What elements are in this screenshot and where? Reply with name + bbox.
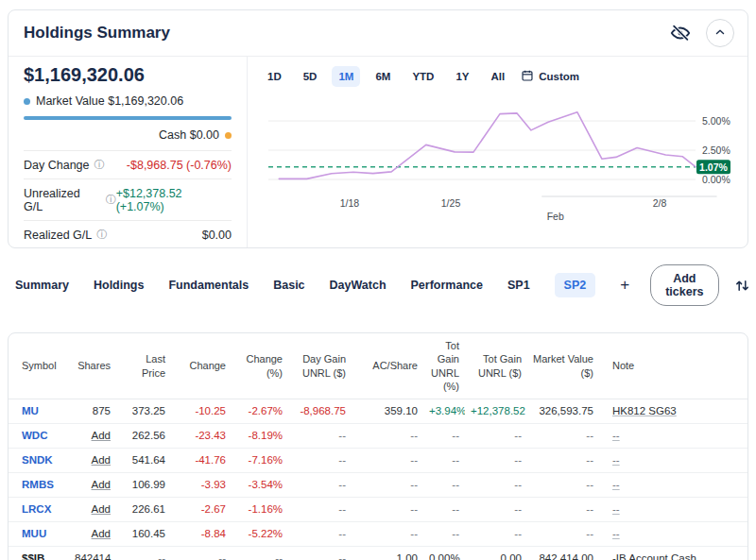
cell-day-gain: --: [288, 522, 352, 547]
note-link[interactable]: -IB Account Cash: [612, 552, 696, 560]
add-shares-link[interactable]: Add: [92, 430, 111, 441]
col-header-last-price[interactable]: Last Price: [116, 333, 171, 399]
table-header-row: SymbolSharesLast PriceChangeChange (%)Da…: [9, 333, 748, 399]
cell-change: -10.25: [171, 399, 232, 424]
cell-symbol[interactable]: SNDK: [9, 449, 69, 473]
cell-symbol[interactable]: LRCX: [9, 498, 69, 522]
table-row: MU875373.25-10.25-2.67%-8,968.75359.10+3…: [9, 399, 748, 424]
cell-day-gain: --: [288, 547, 352, 560]
col-header-shares[interactable]: Shares: [69, 333, 116, 399]
day-change-label: Day Change: [24, 159, 90, 172]
col-header-note[interactable]: Note: [599, 333, 748, 399]
note-link[interactable]: --: [612, 430, 620, 441]
cell-shares: Add: [69, 424, 116, 449]
market-value-dot-icon: [24, 98, 30, 105]
cell-last-price: 106.99: [116, 473, 171, 498]
market-value-label: Market Value $1,169,320.06: [36, 94, 183, 108]
col-header-change[interactable]: Change: [171, 333, 232, 399]
note-link[interactable]: --: [612, 528, 620, 539]
cell-change-pct: -7.16%: [232, 449, 288, 473]
cell-shares: Add: [69, 473, 116, 498]
performance-line: [279, 112, 696, 179]
note-link[interactable]: --: [612, 503, 620, 515]
sort-arrows-icon: [734, 282, 750, 297]
range-ytd[interactable]: YTD: [405, 66, 440, 87]
cell-symbol[interactable]: RMBS: [9, 473, 69, 498]
table-body: MU875373.25-10.25-2.67%-8,968.75359.10+3…: [9, 399, 748, 560]
range-5d[interactable]: 5D: [297, 66, 324, 87]
note-link[interactable]: --: [612, 454, 620, 466]
add-shares-link[interactable]: Add: [92, 528, 111, 539]
cell-symbol[interactable]: MUU: [9, 522, 69, 547]
col-header-ac-share[interactable]: AC/Share: [352, 333, 423, 399]
collapse-button[interactable]: [706, 19, 734, 47]
x-axis-month-label: Feb: [547, 211, 564, 222]
cell-day-gain: --: [288, 424, 352, 449]
cell-shares: Add: [69, 522, 116, 547]
cell-tot-gain-pct: --: [423, 498, 465, 522]
calendar-icon: [521, 69, 534, 84]
cell-tot-gain-pct: --: [423, 449, 465, 473]
cell-change: -41.76: [171, 449, 232, 473]
chevron-up-icon: [713, 25, 727, 42]
cell-symbol[interactable]: MU: [9, 399, 69, 424]
range-all[interactable]: All: [484, 66, 511, 87]
holdings-table-card: SymbolSharesLast PriceChangeChange (%)Da…: [8, 332, 748, 560]
cell-change-pct: --: [232, 547, 288, 560]
cell-tot-gain-pct: --: [423, 522, 465, 547]
cell-ac-share: --: [352, 449, 423, 473]
cell-tot-gain-pct: +3.94%: [423, 399, 465, 424]
tab-summary[interactable]: Summary: [15, 273, 69, 297]
cell-market-value: 326,593.75: [527, 399, 599, 424]
range-1m[interactable]: 1M: [332, 66, 360, 87]
col-header-tot-gain-usd[interactable]: Tot GainUNRL ($): [465, 333, 527, 399]
cell-change: --: [171, 547, 232, 560]
cell-symbol[interactable]: WDC: [9, 424, 69, 449]
add-shares-link[interactable]: Add: [92, 479, 111, 490]
cell-last-price: 160.45: [116, 522, 171, 547]
tab-sp2[interactable]: SP2: [555, 273, 596, 297]
tab-fundamentals[interactable]: Fundamentals: [168, 273, 249, 297]
note-link[interactable]: HK812 SG63: [612, 405, 677, 416]
cell-shares: 842414: [69, 547, 116, 560]
info-icon[interactable]: ⓘ: [106, 195, 116, 205]
custom-range-button[interactable]: Custom: [519, 64, 581, 89]
cell-note: --: [599, 498, 748, 522]
sort-button[interactable]: [732, 276, 752, 296]
add-shares-link[interactable]: Add: [92, 454, 111, 466]
cell-change-pct: -1.16%: [232, 498, 288, 522]
add-tickers-button[interactable]: Add tickers: [650, 264, 718, 306]
allocation-bar: [24, 116, 232, 120]
hide-values-button[interactable]: [668, 21, 693, 45]
tab-performance[interactable]: Performance: [411, 273, 483, 297]
col-header-day-gain[interactable]: Day GainUNRL ($): [288, 333, 352, 399]
col-header-market-value[interactable]: Market Value($): [527, 333, 599, 399]
cell-last-price: 226.61: [116, 498, 171, 522]
range-6m[interactable]: 6M: [369, 66, 397, 87]
realized-gl-row: Realized G/Lⓘ $0.00: [24, 221, 232, 248]
range-1y[interactable]: 1Y: [449, 66, 475, 87]
range-1d[interactable]: 1D: [261, 66, 288, 87]
col-header-symbol[interactable]: Symbol: [9, 333, 69, 399]
tab-basic[interactable]: Basic: [273, 273, 304, 297]
eye-off-icon: [670, 32, 691, 46]
tab-holdings[interactable]: Holdings: [94, 273, 144, 297]
tab-sp1[interactable]: SP1: [507, 273, 530, 297]
add-shares-link[interactable]: Add: [92, 503, 111, 515]
realized-gl-label: Realized G/L: [24, 229, 92, 242]
cash-label: Cash $0.00: [159, 128, 219, 142]
cell-change-pct: -2.67%: [232, 399, 288, 424]
add-watchlist-button[interactable]: +: [614, 274, 635, 297]
tab-daywatch[interactable]: DayWatch: [330, 273, 387, 297]
cell-last-price: --: [116, 547, 171, 560]
table-row: SNDKAdd541.64-41.76-7.16%------------: [9, 449, 748, 473]
cell-ac-share: --: [352, 498, 423, 522]
cell-shares: Add: [69, 498, 116, 522]
note-link[interactable]: --: [612, 479, 620, 490]
info-icon[interactable]: ⓘ: [96, 229, 107, 240]
total-value: $1,169,320.06: [24, 64, 232, 86]
col-header-tot-gain-pct[interactable]: Tot GainUNRL (%): [423, 333, 465, 399]
info-icon[interactable]: ⓘ: [94, 160, 105, 170]
col-header-change-pct[interactable]: Change (%): [232, 333, 288, 399]
cell-market-value: --: [527, 424, 599, 449]
